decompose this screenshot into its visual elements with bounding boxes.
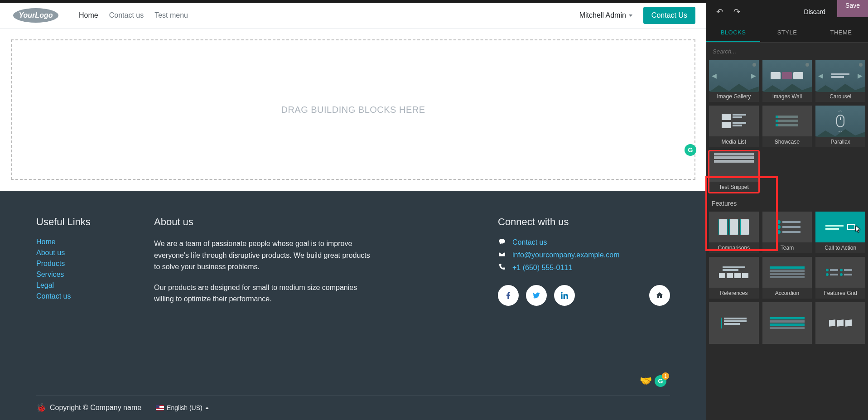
- snippet-media-list[interactable]: Media List: [709, 106, 759, 147]
- footer-link-products[interactable]: Products: [36, 260, 65, 267]
- snippet-label: Call to Action: [815, 242, 865, 253]
- snippet-row-partial-3[interactable]: [815, 302, 865, 344]
- snippet-label: Images Wall: [762, 91, 812, 102]
- speech-bubble-icon: [498, 238, 506, 247]
- facebook-icon[interactable]: [498, 285, 519, 306]
- snippet-image-gallery[interactable]: ◀▶ Image Gallery: [709, 60, 759, 102]
- language-selector[interactable]: English (US): [156, 404, 209, 411]
- about-paragraph-2: Our products are designed for small to m…: [154, 282, 371, 305]
- site-footer: Useful Links Home About us Products Serv…: [0, 191, 706, 420]
- save-button[interactable]: Save: [837, 0, 868, 17]
- snippet-showcase[interactable]: Showcase: [762, 106, 812, 147]
- snippet-label: Test Snippet: [709, 182, 759, 193]
- envelope-icon: [498, 251, 506, 260]
- snippet-list[interactable]: ◀▶ Image Gallery Images Wall ◀▶ Carousel…: [706, 60, 868, 420]
- panel-tabs: BLOCKS STYLE THEME: [706, 24, 868, 43]
- flag-us-icon: [156, 405, 164, 410]
- connect-phone-link[interactable]: +1 (650) 555-0111: [512, 264, 572, 272]
- snippet-parallax[interactable]: ︿﹀ Parallax: [815, 106, 865, 147]
- snippet-label: Team: [762, 242, 812, 253]
- snippet-accordion[interactable]: Accordion: [762, 257, 812, 299]
- snippet-features-grid[interactable]: Features Grid: [815, 257, 865, 299]
- snippet-row-partial-2[interactable]: [762, 302, 812, 344]
- about-paragraph-1: We are a team of passionate people whose…: [154, 238, 371, 273]
- grammarly-counter[interactable]: G 1: [655, 375, 666, 387]
- snippet-group-title-features: Features: [709, 193, 865, 212]
- snippet-label: Showcase: [762, 136, 812, 147]
- snippet-references[interactable]: References: [709, 257, 759, 299]
- site-logo[interactable]: YourLogo: [11, 7, 61, 24]
- footer-connect: Connect with us Contact us info@yourcomp…: [498, 216, 670, 371]
- copyright-text: Copyright © Company name: [50, 404, 141, 412]
- connect-contact-link[interactable]: Contact us: [512, 238, 547, 246]
- tab-blocks[interactable]: BLOCKS: [706, 24, 760, 42]
- nav-test-menu[interactable]: Test menu: [154, 11, 188, 19]
- footer-about: About us We are a team of passionate peo…: [154, 216, 371, 371]
- handshake-icon[interactable]: 🤝: [640, 375, 652, 387]
- snippet-label: Parallax: [815, 136, 865, 147]
- grammarly-count-badge: 1: [662, 372, 669, 380]
- site-topnav: YourLogo Home Contact us Test menu Mitch…: [0, 3, 706, 29]
- connect-email-link[interactable]: info@yourcompany.example.com: [512, 251, 620, 259]
- redo-button[interactable]: ↷: [730, 5, 743, 19]
- discard-button[interactable]: Discard: [799, 5, 831, 19]
- snippet-carousel[interactable]: ◀▶ Carousel: [815, 60, 865, 102]
- editor-side-panel: ↶ ↷ Discard Save BLOCKS STYLE THEME ◀▶ I…: [706, 0, 868, 420]
- about-title: About us: [154, 216, 371, 228]
- dropzone[interactable]: DRAG BUILDING BLOCKS HERE: [11, 39, 695, 180]
- footer-copyright-bar: 🐞 Copyright © Company name English (US): [36, 395, 670, 420]
- tab-theme[interactable]: THEME: [814, 24, 868, 42]
- user-name: Mitchell Admin: [579, 11, 626, 19]
- panel-topbar: ↶ ↷ Discard Save: [706, 0, 868, 24]
- snippet-search-input[interactable]: [711, 45, 863, 58]
- connect-title: Connect with us: [498, 216, 670, 228]
- tab-style[interactable]: STYLE: [760, 24, 814, 42]
- footer-link-services[interactable]: Services: [36, 270, 64, 278]
- svg-text:YourLogo: YourLogo: [19, 11, 53, 19]
- snippet-label: Accordion: [762, 288, 812, 299]
- caret-down-icon: [629, 14, 632, 17]
- snippet-label: Image Gallery: [709, 91, 759, 102]
- footer-link-contact[interactable]: Contact us: [36, 292, 71, 300]
- snippet-label: References: [709, 288, 759, 299]
- snippet-label: Media List: [709, 136, 759, 147]
- phone-icon: [498, 263, 506, 272]
- footer-useful-links: Useful Links Home About us Products Serv…: [36, 216, 127, 371]
- caret-up-icon: [205, 407, 209, 409]
- snippet-images-wall[interactable]: Images Wall: [762, 60, 812, 102]
- twitter-icon[interactable]: [526, 285, 547, 306]
- snippet-label: Carousel: [815, 91, 865, 102]
- footer-link-home[interactable]: Home: [36, 238, 56, 246]
- home-icon[interactable]: [649, 285, 670, 306]
- editor-canvas[interactable]: DRAG BUILDING BLOCKS HERE G: [0, 29, 706, 191]
- nav-contact-us[interactable]: Contact us: [109, 11, 144, 19]
- snippet-comparisons[interactable]: Comparisons: [709, 212, 759, 253]
- contact-us-button[interactable]: Contact Us: [643, 7, 695, 24]
- snippet-row-partial-1[interactable]: [709, 302, 759, 344]
- undo-button[interactable]: ↶: [713, 5, 726, 19]
- snippet-label: Features Grid: [815, 288, 865, 299]
- dropzone-hint: DRAG BUILDING BLOCKS HERE: [281, 105, 425, 115]
- snippet-label: Comparisons: [709, 242, 759, 253]
- bug-icon[interactable]: 🐞: [36, 403, 46, 413]
- nav-home[interactable]: Home: [79, 11, 98, 19]
- snippet-team[interactable]: Team: [762, 212, 812, 253]
- grammarly-icon[interactable]: G: [685, 144, 696, 156]
- snippet-call-to-action[interactable]: Call to Action: [815, 212, 865, 253]
- linkedin-icon[interactable]: [554, 285, 575, 306]
- user-menu[interactable]: Mitchell Admin: [579, 11, 632, 19]
- website-editor-stage: YourLogo Home Contact us Test menu Mitch…: [0, 0, 706, 420]
- useful-links-title: Useful Links: [36, 216, 127, 228]
- footer-link-about[interactable]: About us: [36, 249, 65, 256]
- footer-link-legal[interactable]: Legal: [36, 281, 54, 289]
- snippet-test-snippet[interactable]: Test Snippet: [709, 151, 759, 193]
- language-label: English (US): [167, 404, 203, 411]
